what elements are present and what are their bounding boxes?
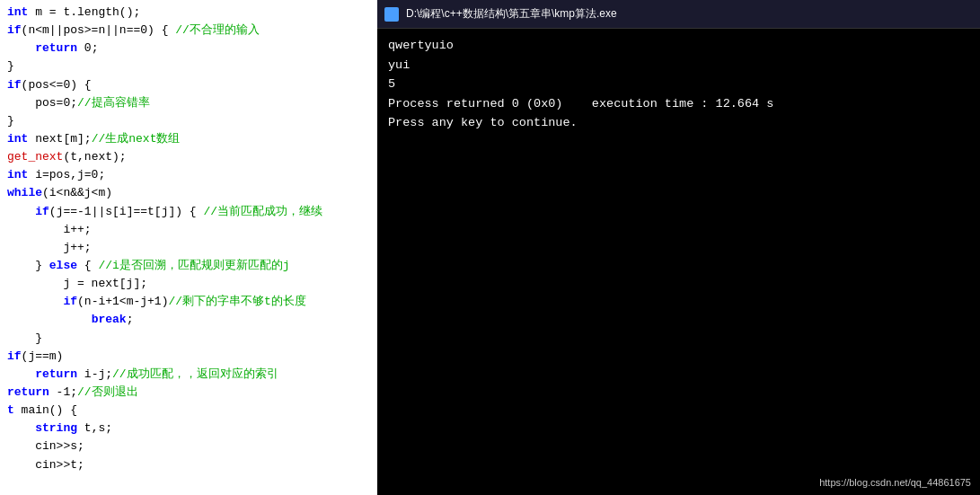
terminal-line: 5	[388, 75, 969, 94]
terminal-line: Process returned 0 (0x0) execution time …	[388, 94, 969, 114]
code-editor: int m = t.length();if(n<m||pos>=n||n==0)…	[0, 0, 377, 495]
terminal-icon	[384, 7, 399, 22]
code-line: return i-j;//成功匹配，，返回对应的索引	[7, 366, 370, 384]
code-line: return 0;	[7, 40, 370, 57]
code-line: return -1;//否则退出	[7, 384, 370, 402]
code-line: get_next(t,next);	[7, 148, 370, 166]
terminal-line: qwertyuio	[388, 36, 969, 56]
terminal-line: Press any key to continue.	[388, 113, 969, 133]
code-line: break;	[7, 311, 370, 329]
code-line: i++;	[7, 221, 370, 239]
terminal-line: yui	[388, 56, 969, 75]
code-line: if(j==m)	[7, 348, 370, 366]
code-line: int m = t.length();	[7, 4, 370, 22]
terminal-body: qwertyuioyui5Process returned 0 (0x0) ex…	[377, 29, 980, 495]
code-line: pos=0;//提高容错率	[7, 94, 370, 112]
code-line: if(n-i+1<m-j+1)//剩下的字串不够t的长度	[7, 293, 370, 311]
code-line: int i=pos,j=0;	[7, 166, 370, 184]
code-line: while(i<n&&j<m)	[7, 184, 370, 202]
code-line: if(pos<=0) {	[7, 76, 370, 94]
terminal-title: D:\编程\c++数据结构\第五章串\kmp算法.exe	[406, 6, 617, 22]
code-line: t main() {	[7, 402, 370, 420]
code-line: }	[7, 330, 370, 348]
code-line: j = next[j];	[7, 275, 370, 293]
terminal-window: D:\编程\c++数据结构\第五章串\kmp算法.exe qwertyuioyu…	[377, 0, 980, 495]
code-line: int next[m];//生成next数组	[7, 130, 370, 148]
code-line: }	[7, 112, 370, 130]
code-line: j++;	[7, 239, 370, 257]
code-line: string t,s;	[7, 420, 370, 438]
code-line: } else { //i是否回溯，匹配规则更新匹配的j	[7, 257, 370, 275]
code-line: if(n<m||pos>=n||n==0) { //不合理的输入	[7, 22, 370, 40]
code-line: if(j==-1||s[i]==t[j]) { //当前匹配成功，继续	[7, 203, 370, 221]
watermark: https://blog.csdn.net/qq_44861675	[819, 477, 971, 488]
terminal-titlebar: D:\编程\c++数据结构\第五章串\kmp算法.exe	[377, 0, 980, 29]
code-line: }	[7, 57, 370, 75]
code-line: cin>>t;	[7, 456, 370, 474]
code-line: cin>>s;	[7, 438, 370, 455]
